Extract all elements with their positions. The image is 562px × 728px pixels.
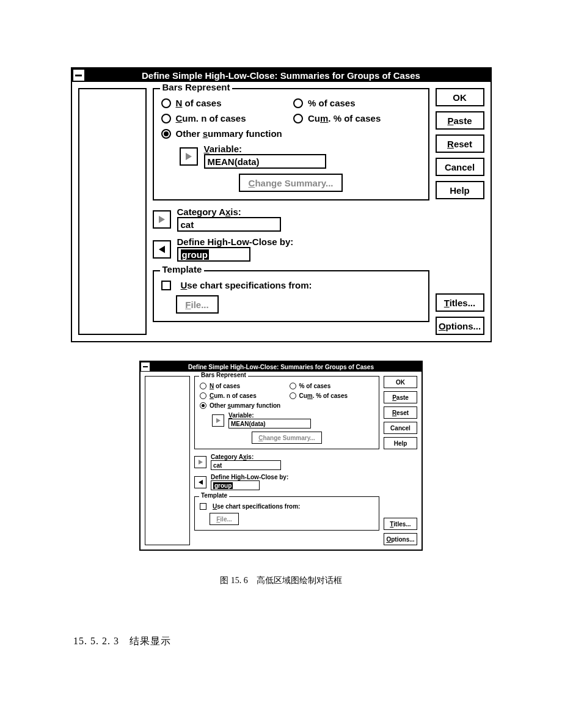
variable-label: Variable: [228, 412, 374, 419]
dialog-small: Define Simple High-Low-Close: Summaries … [139, 361, 423, 551]
checkbox-icon [161, 281, 171, 290]
titles-button[interactable]: Titles... [384, 518, 417, 530]
define-hlc-label: Define High-Low-Close by: [177, 237, 294, 247]
bars-represent-legend: Bars Represent [160, 82, 233, 92]
checkbox-icon [200, 503, 206, 510]
variable-label: Variable: [204, 144, 421, 154]
template-group: Template Use chart specifications from: … [153, 270, 429, 322]
arrow-right-icon [159, 216, 165, 223]
move-variable-button[interactable] [180, 147, 198, 166]
move-variable-button[interactable] [212, 414, 224, 427]
arrow-left-icon [199, 480, 203, 485]
use-chart-spec-checkbox[interactable]: Use chart specifications from: [161, 280, 421, 290]
section-heading: 15. 5. 2. 3 结果显示 [73, 635, 562, 648]
radio-icon [293, 114, 303, 123]
arrow-right-icon [216, 418, 221, 423]
radio-cum-n-of-cases[interactable]: Cum. n of cases [161, 113, 289, 123]
template-legend: Template [160, 264, 205, 274]
bars-represent-group: Bars Represent N of cases % of cases [153, 88, 429, 200]
radio-n-of-cases[interactable]: N of cases [161, 98, 289, 108]
figure-caption: 图 15. 6 高低区域图绘制对话框 [0, 575, 562, 586]
radio-icon [161, 114, 171, 123]
help-button[interactable]: Help [436, 181, 484, 199]
radio-pct-of-cases[interactable]: % of cases [290, 383, 374, 389]
radio-cum-pct-of-cases[interactable]: Cum. % of cases [293, 113, 421, 123]
variable-field[interactable]: MEAN(data) [204, 154, 326, 169]
define-hlc-field[interactable]: group [177, 247, 250, 262]
arrow-right-icon [186, 153, 192, 160]
cancel-button[interactable]: Cancel [436, 158, 484, 176]
ok-button[interactable]: OK [384, 376, 417, 388]
move-hlc-button[interactable] [153, 240, 171, 259]
define-hlc-label: Define High-Low-Close by: [211, 474, 288, 480]
dialog-title: Define Simple High-Low-Close: Summaries … [150, 364, 422, 370]
template-group: Template Use chart specifications from: … [194, 496, 379, 531]
radio-icon [161, 98, 171, 108]
radio-icon [290, 383, 296, 389]
file-button[interactable]: File... [210, 513, 239, 525]
radio-icon [200, 383, 206, 389]
radio-icon [200, 392, 206, 399]
radio-icon [290, 392, 296, 399]
reset-button[interactable]: Reset [384, 406, 417, 419]
bars-represent-legend: Bars Represent [199, 372, 248, 378]
cancel-button[interactable]: Cancel [384, 422, 417, 434]
title-bar: Define Simple High-Low-Close: Summaries … [140, 362, 422, 372]
options-button[interactable]: Options... [384, 533, 417, 545]
move-category-button[interactable] [194, 456, 206, 468]
system-menu-icon[interactable] [140, 362, 150, 372]
bars-represent-group: Bars Represent N of cases % of cases [194, 376, 379, 449]
help-button[interactable]: Help [384, 437, 417, 449]
category-axis-field[interactable]: cat [211, 460, 281, 470]
dialog-title: Define Simple High-Low-Close: Summaries … [86, 70, 491, 81]
reset-button[interactable]: Reset [436, 134, 484, 153]
arrow-right-icon [199, 460, 203, 465]
category-axis-label: Category Axis: [211, 454, 281, 460]
source-variable-list[interactable] [78, 88, 147, 335]
category-axis-label: Category Axis: [177, 207, 281, 217]
arrow-left-icon [159, 246, 165, 253]
variable-field[interactable]: MEAN(data) [228, 419, 311, 428]
ok-button[interactable]: OK [436, 88, 484, 106]
title-bar: Define Simple High-Low-Close: Summaries … [72, 68, 491, 82]
move-category-button[interactable] [153, 210, 171, 229]
use-chart-spec-checkbox[interactable]: Use chart specifications from: [200, 503, 374, 510]
titles-button[interactable]: Titles... [436, 293, 484, 312]
system-menu-icon[interactable] [72, 68, 86, 82]
radio-icon [293, 98, 303, 108]
radio-icon [161, 129, 171, 139]
category-axis-field[interactable]: cat [177, 217, 281, 232]
change-summary-button[interactable]: Change Summary... [252, 432, 322, 444]
template-legend: Template [199, 492, 229, 499]
move-hlc-button[interactable] [194, 476, 206, 488]
radio-cum-n-of-cases[interactable]: Cum. n of cases [200, 392, 285, 399]
radio-n-of-cases[interactable]: N of cases [200, 383, 285, 389]
define-hlc-field[interactable]: group [211, 480, 260, 490]
radio-pct-of-cases[interactable]: % of cases [293, 98, 421, 108]
radio-other-summary[interactable]: Other summary function [161, 128, 421, 139]
source-variable-list[interactable] [145, 376, 190, 545]
dialog-large: Define Simple High-Low-Close: Summaries … [71, 67, 492, 342]
radio-cum-pct-of-cases[interactable]: Cum. % of cases [290, 392, 374, 399]
change-summary-button[interactable]: Change Summary... [239, 174, 343, 192]
paste-button[interactable]: Paste [384, 391, 417, 403]
radio-other-summary[interactable]: Other summary function [200, 402, 374, 409]
file-button[interactable]: File... [176, 295, 219, 314]
radio-icon [200, 402, 206, 409]
options-button[interactable]: Options... [436, 317, 484, 335]
paste-button[interactable]: Paste [436, 111, 484, 130]
